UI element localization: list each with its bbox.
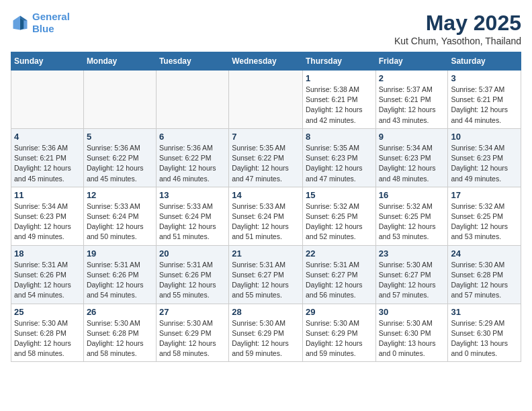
day-number: 30 — [379, 307, 445, 317]
day-number: 24 — [451, 248, 518, 259]
calendar-cell: 25Sunrise: 5:30 AM Sunset: 6:28 PM Dayli… — [11, 304, 84, 362]
day-number: 16 — [379, 190, 445, 200]
day-info: Sunrise: 5:36 AM Sunset: 6:22 PM Dayligh… — [87, 143, 153, 184]
day-info: Sunrise: 5:32 AM Sunset: 6:25 PM Dayligh… — [379, 201, 445, 242]
calendar-cell: 11Sunrise: 5:34 AM Sunset: 6:23 PM Dayli… — [11, 187, 84, 245]
calendar-cell: 14Sunrise: 5:33 AM Sunset: 6:24 PM Dayli… — [229, 187, 303, 245]
calendar-cell: 20Sunrise: 5:31 AM Sunset: 6:26 PM Dayli… — [156, 245, 228, 304]
calendar-week-2: 4Sunrise: 5:36 AM Sunset: 6:21 PM Daylig… — [11, 128, 521, 187]
day-number: 19 — [87, 248, 153, 259]
day-number: 15 — [306, 190, 373, 200]
day-number: 11 — [14, 190, 81, 200]
calendar-week-3: 11Sunrise: 5:34 AM Sunset: 6:23 PM Dayli… — [11, 187, 521, 245]
calendar-cell: 19Sunrise: 5:31 AM Sunset: 6:26 PM Dayli… — [83, 245, 156, 304]
calendar-cell: 5Sunrise: 5:36 AM Sunset: 6:22 PM Daylig… — [83, 128, 156, 187]
calendar-cell: 4Sunrise: 5:36 AM Sunset: 6:21 PM Daylig… — [11, 128, 84, 187]
calendar-cell: 31Sunrise: 5:29 AM Sunset: 6:30 PM Dayli… — [448, 304, 521, 362]
day-number: 28 — [232, 307, 300, 317]
calendar-cell: 17Sunrise: 5:32 AM Sunset: 6:25 PM Dayli… — [448, 187, 521, 245]
day-info: Sunrise: 5:30 AM Sunset: 6:28 PM Dayligh… — [451, 260, 518, 301]
calendar-cell: 21Sunrise: 5:31 AM Sunset: 6:27 PM Dayli… — [229, 245, 303, 304]
weekday-header-wednesday: Wednesday — [229, 52, 303, 71]
calendar-cell — [229, 71, 303, 129]
calendar-cell: 1Sunrise: 5:38 AM Sunset: 6:21 PM Daylig… — [302, 71, 375, 129]
day-number: 18 — [14, 248, 81, 259]
title-block: May 2025 Kut Chum, Yasothon, Thailand — [394, 11, 521, 46]
day-number: 14 — [232, 190, 300, 200]
day-info: Sunrise: 5:34 AM Sunset: 6:23 PM Dayligh… — [379, 143, 445, 184]
day-info: Sunrise: 5:32 AM Sunset: 6:25 PM Dayligh… — [306, 201, 373, 242]
month-title: May 2025 — [394, 11, 521, 36]
weekday-header-monday: Monday — [83, 52, 156, 71]
calendar-week-5: 25Sunrise: 5:30 AM Sunset: 6:28 PM Dayli… — [11, 304, 521, 362]
day-info: Sunrise: 5:30 AM Sunset: 6:27 PM Dayligh… — [379, 260, 445, 301]
calendar-cell: 6Sunrise: 5:36 AM Sunset: 6:22 PM Daylig… — [156, 128, 228, 187]
day-number: 20 — [159, 248, 226, 259]
day-info: Sunrise: 5:30 AM Sunset: 6:28 PM Dayligh… — [87, 318, 153, 359]
location-subtitle: Kut Chum, Yasothon, Thailand — [394, 36, 521, 46]
weekday-header-friday: Friday — [375, 52, 448, 71]
page-header: General Blue May 2025 Kut Chum, Yasothon… — [11, 11, 521, 46]
day-number: 3 — [451, 73, 518, 83]
calendar-cell: 2Sunrise: 5:37 AM Sunset: 6:21 PM Daylig… — [375, 71, 448, 129]
day-number: 6 — [159, 132, 226, 142]
calendar-cell: 23Sunrise: 5:30 AM Sunset: 6:27 PM Dayli… — [375, 245, 448, 304]
day-number: 22 — [306, 248, 373, 259]
day-info: Sunrise: 5:31 AM Sunset: 6:27 PM Dayligh… — [232, 260, 300, 301]
day-number: 23 — [379, 248, 445, 259]
day-number: 17 — [451, 190, 518, 200]
calendar-cell: 24Sunrise: 5:30 AM Sunset: 6:28 PM Dayli… — [448, 245, 521, 304]
calendar-table: SundayMondayTuesdayWednesdayThursdayFrid… — [11, 52, 521, 362]
day-info: Sunrise: 5:30 AM Sunset: 6:29 PM Dayligh… — [159, 318, 226, 359]
calendar-cell: 10Sunrise: 5:34 AM Sunset: 6:23 PM Dayli… — [448, 128, 521, 187]
calendar-cell — [83, 71, 156, 129]
day-info: Sunrise: 5:36 AM Sunset: 6:21 PM Dayligh… — [14, 143, 81, 184]
logo-text: General Blue — [32, 11, 70, 35]
day-number: 9 — [379, 132, 445, 142]
day-info: Sunrise: 5:37 AM Sunset: 6:21 PM Dayligh… — [451, 85, 518, 126]
day-info: Sunrise: 5:31 AM Sunset: 6:26 PM Dayligh… — [87, 260, 153, 301]
calendar-cell: 7Sunrise: 5:35 AM Sunset: 6:22 PM Daylig… — [229, 128, 303, 187]
calendar-week-1: 1Sunrise: 5:38 AM Sunset: 6:21 PM Daylig… — [11, 71, 521, 129]
day-info: Sunrise: 5:33 AM Sunset: 6:24 PM Dayligh… — [232, 201, 300, 242]
calendar-cell: 26Sunrise: 5:30 AM Sunset: 6:28 PM Dayli… — [83, 304, 156, 362]
day-info: Sunrise: 5:35 AM Sunset: 6:22 PM Dayligh… — [232, 143, 300, 184]
weekday-header-saturday: Saturday — [448, 52, 521, 71]
day-number: 12 — [87, 190, 153, 200]
day-number: 2 — [379, 73, 445, 83]
day-info: Sunrise: 5:29 AM Sunset: 6:30 PM Dayligh… — [451, 318, 518, 359]
day-number: 25 — [14, 307, 81, 317]
calendar-cell: 28Sunrise: 5:30 AM Sunset: 6:29 PM Dayli… — [229, 304, 303, 362]
logo: General Blue — [11, 11, 70, 35]
day-number: 4 — [14, 132, 81, 142]
calendar-cell — [156, 71, 228, 129]
weekday-header-tuesday: Tuesday — [156, 52, 228, 71]
calendar-cell: 8Sunrise: 5:35 AM Sunset: 6:23 PM Daylig… — [302, 128, 375, 187]
day-info: Sunrise: 5:36 AM Sunset: 6:22 PM Dayligh… — [159, 143, 226, 184]
day-info: Sunrise: 5:35 AM Sunset: 6:23 PM Dayligh… — [306, 143, 373, 184]
day-info: Sunrise: 5:30 AM Sunset: 6:29 PM Dayligh… — [306, 318, 373, 359]
day-number: 21 — [232, 248, 300, 259]
day-number: 7 — [232, 132, 300, 142]
day-number: 10 — [451, 132, 518, 142]
day-info: Sunrise: 5:31 AM Sunset: 6:26 PM Dayligh… — [159, 260, 226, 301]
calendar-cell: 22Sunrise: 5:31 AM Sunset: 6:27 PM Dayli… — [302, 245, 375, 304]
day-number: 31 — [451, 307, 518, 317]
day-info: Sunrise: 5:32 AM Sunset: 6:25 PM Dayligh… — [451, 201, 518, 242]
day-info: Sunrise: 5:30 AM Sunset: 6:30 PM Dayligh… — [379, 318, 445, 359]
day-info: Sunrise: 5:33 AM Sunset: 6:24 PM Dayligh… — [159, 201, 226, 242]
calendar-cell: 30Sunrise: 5:30 AM Sunset: 6:30 PM Dayli… — [375, 304, 448, 362]
calendar-cell: 3Sunrise: 5:37 AM Sunset: 6:21 PM Daylig… — [448, 71, 521, 129]
day-number: 5 — [87, 132, 153, 142]
day-info: Sunrise: 5:34 AM Sunset: 6:23 PM Dayligh… — [14, 201, 81, 242]
day-info: Sunrise: 5:31 AM Sunset: 6:27 PM Dayligh… — [306, 260, 373, 301]
calendar-cell: 12Sunrise: 5:33 AM Sunset: 6:24 PM Dayli… — [83, 187, 156, 245]
calendar-cell: 18Sunrise: 5:31 AM Sunset: 6:26 PM Dayli… — [11, 245, 84, 304]
calendar-cell — [11, 71, 84, 129]
logo-icon — [11, 13, 30, 32]
day-number: 27 — [159, 307, 226, 317]
day-number: 1 — [306, 73, 373, 83]
calendar-cell: 9Sunrise: 5:34 AM Sunset: 6:23 PM Daylig… — [375, 128, 448, 187]
day-number: 8 — [306, 132, 373, 142]
day-info: Sunrise: 5:30 AM Sunset: 6:28 PM Dayligh… — [14, 318, 81, 359]
